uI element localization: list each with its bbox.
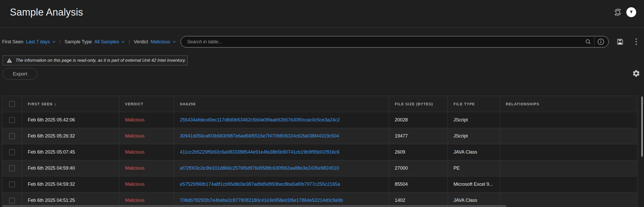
samples-table-wrap: FIRST SEEN↓ VERDICT SHA256 FILE SIZE (BY… xyxy=(2,96,637,207)
table-row[interactable]: Feb 6th 2025 04:51:25 Malicious 708db782… xyxy=(2,192,638,207)
cell-relationships xyxy=(500,192,638,207)
cell-first-seen: Feb 6th 2025 05:26:32 xyxy=(22,128,119,144)
cell-sha256: af72f003c2e3fe101d866c2576f5d976d9588c63… xyxy=(174,160,389,176)
cell-file-size: 85504 xyxy=(389,176,448,192)
notice-text: The information on this page is read-onl… xyxy=(16,58,186,63)
sha256-link[interactable]: e57525f96fb174a8f1cb95d8d3e387ad9d5d993b… xyxy=(180,182,340,187)
search-input[interactable] xyxy=(187,39,585,45)
readonly-notice: The information on this page is read-onl… xyxy=(3,56,188,65)
cell-file-size: 2609 xyxy=(389,144,448,160)
header-checkbox-cell xyxy=(2,96,22,112)
filter-verdict[interactable]: Verdict Malicious xyxy=(134,39,176,45)
global-filter-button[interactable] xyxy=(626,7,636,17)
column-header-file-size[interactable]: FILE SIZE (BYTES) xyxy=(389,96,448,112)
chevron-down-icon xyxy=(52,41,56,43)
funnel-icon xyxy=(629,10,634,15)
select-all-checkbox[interactable] xyxy=(9,101,15,107)
sha256-link[interactable]: 708db7825f2b7e4bebe2c8778082180c41e3e958… xyxy=(180,198,343,203)
column-header-sha256[interactable]: SHA256 xyxy=(174,96,389,112)
cell-verdict: Malicious xyxy=(119,192,174,207)
cell-file-type: JAVA Class xyxy=(448,192,500,207)
sha256-link[interactable]: 255434afdecd0ec117d8d0b53462c5b0a09faab9… xyxy=(180,117,340,122)
cell-first-seen: Feb 6th 2025 04:51:25 xyxy=(22,192,119,207)
cell-file-size: 19477 xyxy=(389,128,448,144)
info-icon[interactable] xyxy=(597,38,605,46)
filter-separator: | xyxy=(60,39,61,44)
filter-first-seen[interactable]: First Seen Last 7 days xyxy=(2,39,56,45)
cell-verdict: Malicious xyxy=(119,128,174,144)
cell-first-seen: Feb 6th 2025 04:59:32 xyxy=(22,176,119,192)
cell-verdict: Malicious xyxy=(119,112,174,128)
cell-relationships xyxy=(500,144,638,160)
horizontal-scrollbar-thumb[interactable] xyxy=(2,205,506,207)
table-row[interactable]: Feb 6th 2025 05:07:45 Malicious 411cc2b5… xyxy=(2,144,638,160)
cell-file-type: JScript xyxy=(448,112,500,128)
cell-first-seen: Feb 6th 2025 04:59:40 xyxy=(22,160,119,176)
column-header-file-type[interactable]: FILE TYPE xyxy=(448,96,500,112)
row-checkbox-cell xyxy=(2,160,22,176)
table-row[interactable]: Feb 6th 2025 05:42:06 Malicious 255434af… xyxy=(2,112,638,128)
cell-file-type: Microsoft Excel 9... xyxy=(448,176,500,192)
table-settings-button[interactable] xyxy=(632,69,640,78)
refresh-button[interactable] xyxy=(613,8,622,17)
filter-value: All Samples xyxy=(94,39,119,45)
cell-file-type: JScript xyxy=(448,128,500,144)
row-checkbox-cell xyxy=(2,144,22,160)
table-row[interactable]: Feb 6th 2025 04:59:40 Malicious af72f003… xyxy=(2,160,638,176)
filter-value: Last 7 days xyxy=(26,39,50,45)
cell-sha256: 30941d056caf03b6830987e6ad66f5515e7f4709… xyxy=(174,128,389,144)
row-checkbox-cell xyxy=(2,176,22,192)
export-button[interactable]: Export xyxy=(3,68,37,80)
column-header-relationships[interactable]: RELATIONSHIPS xyxy=(500,96,638,112)
filter-bar: First Seen Last 7 days | Sample Type All… xyxy=(2,36,640,47)
table-toolbar xyxy=(616,38,640,46)
sha256-link[interactable]: 411cc2b5229f5b92c6a0833388544e91e4fa38b5… xyxy=(180,149,339,155)
row-checkbox[interactable] xyxy=(9,165,15,171)
cell-sha256: 708db7825f2b7e4bebe2c8778082180c41e3e958… xyxy=(174,192,389,207)
vertical-scrollbar-thumb[interactable] xyxy=(641,96,643,157)
cell-first-seen: Feb 6th 2025 05:42:06 xyxy=(22,112,119,128)
cell-file-size: 1402 xyxy=(389,192,448,207)
cell-file-type: PE xyxy=(448,160,500,176)
table-body: Feb 6th 2025 05:42:06 Malicious 255434af… xyxy=(2,112,638,207)
cell-verdict: Malicious xyxy=(119,144,174,160)
kebab-menu-icon[interactable] xyxy=(635,38,637,46)
chevron-down-icon xyxy=(121,41,125,43)
gear-icon xyxy=(632,69,640,78)
search-divider xyxy=(594,37,594,47)
sha256-link[interactable]: af72f003c2e3fe101d866c2576f5d976d9588c63… xyxy=(180,165,339,171)
row-checkbox[interactable] xyxy=(9,149,15,155)
row-checkbox-cell xyxy=(2,112,22,128)
column-header-first-seen[interactable]: FIRST SEEN↓ xyxy=(22,96,119,112)
cell-sha256: 411cc2b5229f5b92c6a0833388544e91e4fa38b5… xyxy=(174,144,389,160)
cell-relationships xyxy=(500,128,638,144)
filter-sample-type[interactable]: Sample Type All Samples xyxy=(65,39,125,45)
row-checkbox[interactable] xyxy=(9,198,15,203)
row-checkbox-cell xyxy=(2,192,22,207)
cell-first-seen: Feb 6th 2025 05:07:45 xyxy=(22,144,119,160)
search-icon[interactable] xyxy=(585,38,592,45)
table-header-row: FIRST SEEN↓ VERDICT SHA256 FILE SIZE (BY… xyxy=(2,96,638,112)
row-checkbox-cell xyxy=(2,128,22,144)
filters: First Seen Last 7 days | Sample Type All… xyxy=(2,39,176,45)
cell-relationships xyxy=(500,160,638,176)
warning-icon xyxy=(6,58,12,63)
sha256-link[interactable]: 30941d056caf03b6830987e6ad66f5515e7f4709… xyxy=(180,133,339,139)
table-row[interactable]: Feb 6th 2025 04:59:32 Malicious e57525f9… xyxy=(2,176,638,192)
row-checkbox[interactable] xyxy=(9,117,15,123)
cell-relationships xyxy=(500,176,638,192)
filter-label: Sample Type xyxy=(65,39,92,45)
chevron-down-icon xyxy=(173,41,176,43)
table-row[interactable]: Feb 6th 2025 05:26:32 Malicious 30941d05… xyxy=(2,128,638,144)
refresh-icon xyxy=(613,8,622,17)
cell-file-size: 20028 xyxy=(389,112,448,128)
cell-file-type: JAVA Class xyxy=(448,144,500,160)
cell-verdict: Malicious xyxy=(119,176,174,192)
table-search xyxy=(181,36,609,47)
filter-separator: | xyxy=(129,39,130,44)
row-checkbox[interactable] xyxy=(9,182,15,187)
column-header-verdict[interactable]: VERDICT xyxy=(119,96,174,112)
page-title: Sample Analysis xyxy=(10,7,83,18)
save-view-icon[interactable] xyxy=(616,38,624,45)
row-checkbox[interactable] xyxy=(9,133,15,139)
